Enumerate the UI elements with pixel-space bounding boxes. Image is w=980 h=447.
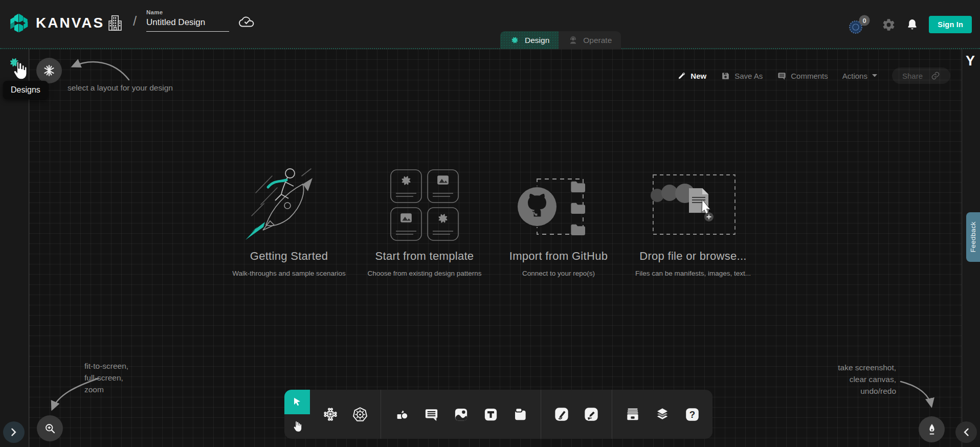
hint-line: clear canvas, bbox=[838, 373, 896, 385]
design-pinwheel-icon bbox=[509, 35, 520, 46]
chevron-down-icon bbox=[872, 74, 878, 78]
pencil-tool[interactable] bbox=[583, 406, 599, 422]
question-mark-icon: ? bbox=[684, 407, 700, 422]
tab-operate-label: Operate bbox=[583, 36, 612, 45]
tab-operate[interactable]: Operate bbox=[559, 31, 621, 49]
magnifier-plus-icon bbox=[44, 422, 56, 435]
hand-icon bbox=[291, 420, 303, 433]
card-subtitle: Choose from existing design patterns bbox=[353, 270, 496, 277]
card-title: Start from template bbox=[353, 250, 496, 263]
layout-hint-arrow bbox=[66, 54, 133, 86]
comments-button[interactable]: Comments bbox=[777, 71, 828, 81]
design-actions-toolbar: New Save As Comments Actions bbox=[677, 68, 950, 84]
actions-label: Actions bbox=[842, 72, 867, 80]
getting-started-card[interactable]: Getting Started Walk-throughs and sample… bbox=[217, 165, 361, 277]
card-subtitle: Files can be manifests, images, text... bbox=[621, 270, 765, 277]
design-name-input[interactable] bbox=[146, 15, 229, 32]
feedback-tab[interactable]: Feedback bbox=[966, 212, 980, 262]
expand-right-panel-button[interactable] bbox=[955, 421, 977, 443]
image-tool[interactable] bbox=[453, 406, 469, 422]
floppy-icon bbox=[721, 71, 730, 81]
link-icon bbox=[931, 71, 940, 80]
card-subtitle: Walk-throughs and sample scenarios bbox=[217, 270, 361, 277]
header-actions: 0 Sign In bbox=[848, 0, 972, 49]
annotation-tools-group bbox=[381, 390, 541, 439]
comment-tool[interactable] bbox=[423, 406, 439, 422]
pencil-new-icon bbox=[677, 71, 686, 80]
provider-badge-icon[interactable]: 0 bbox=[848, 14, 872, 35]
hand-pointer-cursor-icon bbox=[10, 59, 29, 82]
design-name-field: Name bbox=[146, 9, 229, 32]
designs-tooltip: Designs bbox=[3, 81, 48, 99]
infra-tools-group bbox=[310, 390, 381, 439]
actions-dropdown[interactable]: Actions bbox=[842, 72, 878, 80]
new-button[interactable]: New bbox=[677, 71, 706, 80]
comment-bubble-icon bbox=[424, 407, 439, 422]
name-label: Name bbox=[146, 9, 229, 15]
feedback-label: Feedback bbox=[969, 221, 977, 252]
pen-tool[interactable] bbox=[553, 406, 570, 422]
operate-headset-icon bbox=[568, 35, 578, 46]
y-logo: Y bbox=[966, 53, 975, 69]
kubernetes-icon bbox=[352, 406, 368, 423]
start-from-template-card[interactable]: Start from template Choose from existing… bbox=[353, 165, 496, 277]
card-subtitle: Connect to your repo(s) bbox=[487, 270, 630, 277]
note-tool[interactable] bbox=[512, 406, 528, 422]
expand-left-panel-button[interactable] bbox=[3, 421, 25, 443]
text-icon bbox=[483, 407, 499, 422]
image-icon bbox=[453, 407, 469, 422]
share-label: Share bbox=[902, 72, 923, 80]
drawer-tool[interactable] bbox=[625, 406, 641, 422]
tab-design-label: Design bbox=[525, 36, 549, 45]
hint-line: take screenshot, bbox=[838, 362, 896, 373]
screenshot-hint-text: take screenshot, clear canvas, undo/redo bbox=[838, 362, 896, 397]
left-rail bbox=[0, 49, 29, 447]
save-as-label: Save As bbox=[734, 72, 763, 80]
layout-selector-button[interactable] bbox=[36, 58, 62, 83]
building-icon[interactable] bbox=[107, 14, 123, 32]
shapes-icon bbox=[393, 406, 410, 423]
kanvas-app: KANVAS / Name bbox=[0, 0, 980, 447]
sign-in-button[interactable]: Sign In bbox=[929, 16, 972, 33]
sticky-note-icon bbox=[512, 406, 528, 422]
svg-text:?: ? bbox=[689, 409, 695, 419]
share-button[interactable]: Share bbox=[892, 68, 950, 84]
layers-tool[interactable] bbox=[654, 406, 671, 422]
canvas-tools-dock: ? bbox=[284, 390, 712, 439]
chevron-left-icon bbox=[963, 428, 969, 436]
bell-icon[interactable] bbox=[906, 18, 919, 32]
circuit-chip-icon bbox=[322, 406, 339, 422]
pen-actions-button[interactable] bbox=[919, 416, 945, 442]
zoom-hint-arrow bbox=[45, 372, 106, 416]
app-header: KANVAS / Name bbox=[0, 0, 980, 49]
component-tool[interactable] bbox=[322, 406, 339, 422]
layers-icon bbox=[654, 406, 671, 423]
breadcrumb-separator: / bbox=[133, 13, 137, 29]
pan-tool[interactable] bbox=[284, 414, 310, 439]
cloud-check-icon bbox=[238, 14, 256, 28]
brand[interactable]: KANVAS bbox=[7, 11, 104, 35]
shapes-tool[interactable] bbox=[393, 406, 410, 422]
save-as-button[interactable]: Save As bbox=[721, 71, 763, 81]
gear-icon[interactable] bbox=[882, 18, 896, 32]
drop-file-card[interactable]: Drop file or browse... Files can be mani… bbox=[621, 165, 765, 277]
card-title: Import from GitHub bbox=[487, 250, 630, 263]
help-tool[interactable]: ? bbox=[684, 406, 700, 422]
github-illustration bbox=[487, 165, 630, 241]
pencil-icon bbox=[583, 406, 599, 422]
rocket-illustration bbox=[217, 165, 361, 241]
kubernetes-tool[interactable] bbox=[352, 406, 368, 422]
pen-icon bbox=[553, 406, 570, 422]
select-tool[interactable] bbox=[284, 390, 310, 414]
zoom-button[interactable] bbox=[37, 415, 63, 441]
brand-wordmark: KANVAS bbox=[36, 15, 104, 31]
drop-file-illustration bbox=[621, 165, 765, 241]
tab-design[interactable]: Design bbox=[500, 31, 559, 49]
text-tool[interactable] bbox=[482, 406, 499, 422]
pointer-tools bbox=[284, 390, 310, 439]
mode-tabs: Design Operate bbox=[500, 31, 621, 49]
notification-badge: 0 bbox=[863, 17, 866, 25]
import-from-github-card[interactable]: Import from GitHub Connect to your repo(… bbox=[487, 165, 630, 277]
pen-nib-icon bbox=[926, 423, 938, 436]
screenshot-hint-arrow bbox=[898, 376, 944, 413]
